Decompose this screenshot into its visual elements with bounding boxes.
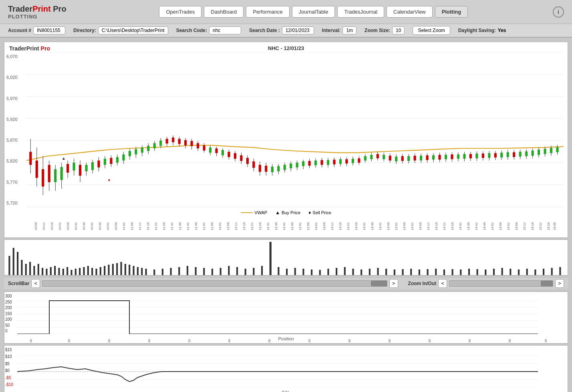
scroll-right-button[interactable]: > [389, 279, 398, 288]
svg-rect-253 [29, 262, 31, 275]
select-zoom-button[interactable]: Select Zoom [413, 26, 450, 35]
svg-rect-159 [494, 153, 497, 157]
candles-group: ▲ ♦ [29, 135, 558, 195]
svg-text:13:28: 13:28 [308, 339, 311, 343]
svg-rect-305 [344, 267, 346, 275]
svg-rect-287 [187, 266, 188, 275]
svg-rect-290 [211, 269, 213, 275]
svg-text:12:01: 12:01 [218, 222, 222, 230]
svg-rect-157 [488, 153, 490, 158]
svg-rect-19 [60, 167, 63, 180]
svg-text:15:01: 15:01 [507, 222, 510, 230]
y-label-6: 5,820 [6, 159, 18, 163]
app-logo: TraderPrint Pro PLOTTING [8, 4, 75, 20]
scrollbar-label: ScrollBar [8, 281, 29, 286]
search-code-info: Search Code: nhc [176, 26, 241, 34]
svg-rect-55 [172, 137, 174, 142]
svg-text:13:11: 13:11 [330, 222, 334, 230]
svg-rect-151 [469, 154, 472, 159]
svg-rect-155 [482, 154, 484, 158]
svg-rect-65 [203, 145, 205, 151]
svg-text:12:06: 12:06 [226, 222, 230, 230]
svg-rect-137 [426, 155, 428, 160]
svg-rect-324 [502, 268, 503, 275]
scroll-thumb [371, 281, 387, 286]
svg-text:13:46: 13:46 [387, 222, 390, 230]
pnl-y-neg10: -$10 [5, 382, 13, 387]
scroll-left-button[interactable]: < [31, 279, 40, 288]
svg-rect-321 [477, 269, 478, 275]
svg-rect-77 [240, 155, 242, 161]
zoom-size-info: Zoom Size: 10 [365, 26, 405, 34]
svg-rect-261 [62, 269, 64, 275]
svg-text:11:08: 11:08 [108, 339, 111, 343]
svg-text:12:31: 12:31 [266, 222, 270, 230]
svg-text:14:11: 14:11 [427, 222, 430, 230]
nav-journal-table[interactable]: JournalTable [292, 6, 335, 18]
svg-text:14:48: 14:48 [468, 339, 471, 343]
svg-rect-255 [38, 264, 39, 275]
svg-text:10:56: 10:56 [114, 222, 118, 230]
svg-rect-320 [468, 269, 470, 275]
svg-rect-53 [166, 139, 168, 144]
svg-rect-99 [308, 161, 311, 166]
svg-rect-312 [402, 269, 403, 275]
svg-rect-250 [17, 252, 18, 275]
daylight-label: Daylight Saving: [458, 28, 496, 33]
svg-rect-292 [228, 266, 230, 275]
svg-rect-121 [377, 154, 379, 159]
vwap-label: VWAP [254, 210, 267, 215]
svg-text:10:16: 10:16 [50, 222, 54, 230]
scroll-track[interactable] [42, 280, 387, 287]
svg-rect-296 [261, 266, 263, 275]
zoom-track[interactable] [449, 280, 553, 287]
y-label-4: 5,920 [6, 117, 18, 122]
svg-rect-153 [475, 154, 478, 159]
svg-rect-135 [420, 156, 422, 161]
zoom-left-button[interactable]: < [438, 279, 447, 288]
svg-rect-289 [203, 268, 205, 275]
svg-rect-323 [493, 269, 495, 275]
vwap-legend: VWAP [241, 210, 267, 215]
zoom-right-button[interactable]: > [555, 279, 564, 288]
svg-rect-25 [79, 165, 81, 176]
svg-text:13:26: 13:26 [354, 222, 358, 230]
main-content: TraderPrint Pro NHC - 12/01/23 6,070 6,0… [0, 38, 572, 392]
buy-label: Buy Price [282, 210, 300, 215]
zoom-size-label: Zoom Size: [365, 28, 390, 33]
top-bar: TraderPrint Pro PLOTTING OpenTrades Dash… [0, 0, 572, 24]
svg-rect-17 [54, 169, 56, 183]
svg-text:10:06: 10:06 [30, 339, 32, 343]
y-label-2: 6,020 [6, 75, 18, 80]
pnl-y-15: $15 [5, 348, 13, 352]
nav-dashboard[interactable]: DashBoard [204, 6, 244, 18]
svg-rect-125 [389, 156, 391, 161]
svg-rect-43 [135, 149, 137, 155]
svg-rect-117 [364, 156, 367, 161]
nav-performance[interactable]: Performance [246, 6, 289, 18]
svg-rect-107 [333, 160, 335, 165]
nav-open-trades[interactable]: OpenTrades [159, 6, 201, 18]
app-subtitle: PLOTTING [8, 14, 75, 20]
svg-text:11:51: 11:51 [202, 222, 206, 230]
svg-rect-13 [42, 169, 44, 187]
svg-rect-59 [184, 140, 187, 145]
pnl-y-0: $0 [5, 368, 13, 373]
svg-rect-285 [170, 268, 172, 275]
svg-text:11:56: 11:56 [210, 222, 214, 230]
pos-y-100: 100 [5, 317, 12, 322]
svg-rect-165 [513, 152, 515, 157]
svg-text:12:21: 12:21 [250, 222, 254, 230]
svg-rect-327 [526, 269, 528, 275]
svg-rect-254 [33, 266, 35, 275]
svg-rect-282 [270, 242, 272, 275]
nav-plotting[interactable]: Plotting [435, 6, 468, 18]
nav-calendar-view[interactable]: CalendarView [387, 6, 433, 18]
svg-rect-83 [259, 165, 261, 172]
info-button[interactable]: i [553, 6, 564, 18]
svg-rect-317 [443, 269, 445, 275]
svg-rect-259 [54, 266, 56, 275]
svg-text:13:41: 13:41 [379, 222, 382, 230]
svg-text:14:16: 14:16 [435, 222, 438, 230]
nav-trades-journal[interactable]: TradesJournal [337, 6, 384, 18]
